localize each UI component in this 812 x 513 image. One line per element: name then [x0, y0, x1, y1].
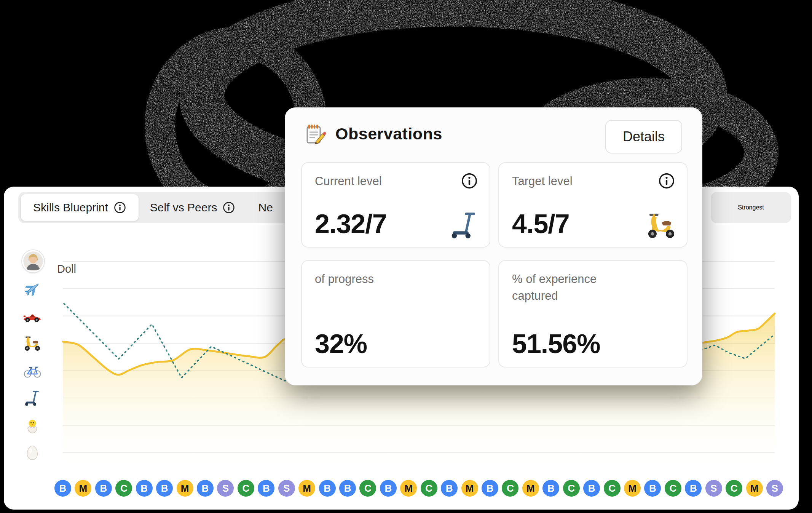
info-icon[interactable] [461, 172, 478, 190]
progress-value: 32% [315, 329, 367, 359]
observation-marker-b[interactable]: B [685, 480, 702, 497]
page: Skills Blueprint Self vs Peers Ne Strong… [0, 0, 812, 513]
observation-marker-m[interactable]: M [522, 480, 539, 497]
avatar[interactable] [22, 250, 44, 272]
observation-marker-m[interactable]: M [177, 480, 193, 497]
observation-marker-c[interactable]: C [421, 480, 437, 497]
observation-marker-s[interactable]: S [766, 480, 783, 497]
notepad-icon [303, 122, 327, 147]
details-button[interactable]: Details [605, 120, 682, 153]
tab-self-vs-peers-label: Self vs Peers [150, 201, 217, 214]
observation-marker-s[interactable]: S [705, 480, 722, 497]
observations-modal: Observations Details Current level 2.32/… [285, 107, 702, 385]
observation-marker-b[interactable]: B [542, 480, 559, 497]
experience-captured-card: % of experience captured 51.56% [498, 260, 688, 368]
observation-marker-b[interactable]: B [319, 480, 336, 497]
observation-marker-c[interactable]: C [604, 480, 621, 497]
racing-car-icon [23, 307, 41, 325]
observation-marker-m[interactable]: M [461, 480, 478, 497]
tab-truncated[interactable]: Ne [247, 192, 284, 223]
motor-scooter-icon [646, 209, 677, 241]
target-level-card: Target level 4.5/7 [498, 162, 688, 248]
kick-scooter-icon [23, 389, 41, 407]
tab-skills-blueprint-label: Skills Blueprint [33, 201, 108, 214]
observation-marker-m[interactable]: M [298, 480, 315, 497]
airplane-icon [23, 280, 41, 298]
avatar-image [23, 251, 43, 271]
current-level-value: 2.32/7 [315, 209, 387, 239]
tab-skills-blueprint[interactable]: Skills Blueprint [21, 194, 139, 221]
observation-marker-m[interactable]: M [400, 480, 417, 497]
observation-marker-s[interactable]: S [278, 480, 295, 497]
observation-marker-b[interactable]: B [380, 480, 397, 497]
target-level-value: 4.5/7 [512, 209, 570, 239]
observation-marker-b[interactable]: B [197, 480, 214, 497]
observation-marker-b[interactable]: B [95, 480, 112, 497]
observation-marker-b[interactable]: B [441, 480, 458, 497]
observation-marker-b[interactable]: B [136, 480, 153, 497]
egg-icon [23, 444, 41, 462]
kick-scooter-icon [448, 209, 480, 241]
observation-marker-c[interactable]: C [238, 480, 254, 497]
observation-marker-c[interactable]: C [726, 480, 742, 497]
progress-label: of progress [315, 271, 440, 288]
observation-marker-m[interactable]: M [624, 480, 641, 497]
tab-self-vs-peers[interactable]: Self vs Peers [139, 192, 247, 223]
observation-marker-b[interactable]: B [482, 480, 498, 497]
experience-captured-label: % of experience captured [512, 271, 638, 304]
observation-marker-b[interactable]: B [54, 480, 71, 497]
tab-truncated-label: Ne [258, 201, 273, 214]
target-level-label: Target level [512, 173, 638, 190]
observation-marker-b[interactable]: B [156, 480, 173, 497]
observation-marker-b[interactable]: B [583, 480, 600, 497]
info-icon[interactable] [113, 201, 126, 214]
modal-title: Observations [335, 125, 442, 143]
observation-marker-c[interactable]: C [563, 480, 580, 497]
info-icon[interactable] [222, 201, 235, 214]
current-level-card: Current level 2.32/7 [301, 162, 490, 248]
current-level-label: Current level [315, 173, 440, 190]
tab-bar: Skills Blueprint Self vs Peers Ne [18, 192, 290, 223]
progress-card: of progress 32% [301, 260, 490, 368]
observation-marker-b[interactable]: B [339, 480, 356, 497]
motor-scooter-icon [23, 334, 41, 352]
skill-row-label: Doll [57, 263, 76, 275]
observation-marker-c[interactable]: C [115, 480, 132, 497]
hatching-chick-icon [23, 416, 41, 435]
observation-marker-m[interactable]: M [746, 480, 763, 497]
bicycle-icon [23, 361, 41, 380]
info-icon[interactable] [658, 172, 675, 190]
observation-marker-c[interactable]: C [665, 480, 681, 497]
observation-marker-b[interactable]: B [258, 480, 274, 497]
experience-captured-value: 51.56% [512, 329, 600, 359]
tab-strongest-label: Strongest [738, 204, 764, 211]
tab-strongest[interactable]: Strongest [711, 192, 791, 223]
